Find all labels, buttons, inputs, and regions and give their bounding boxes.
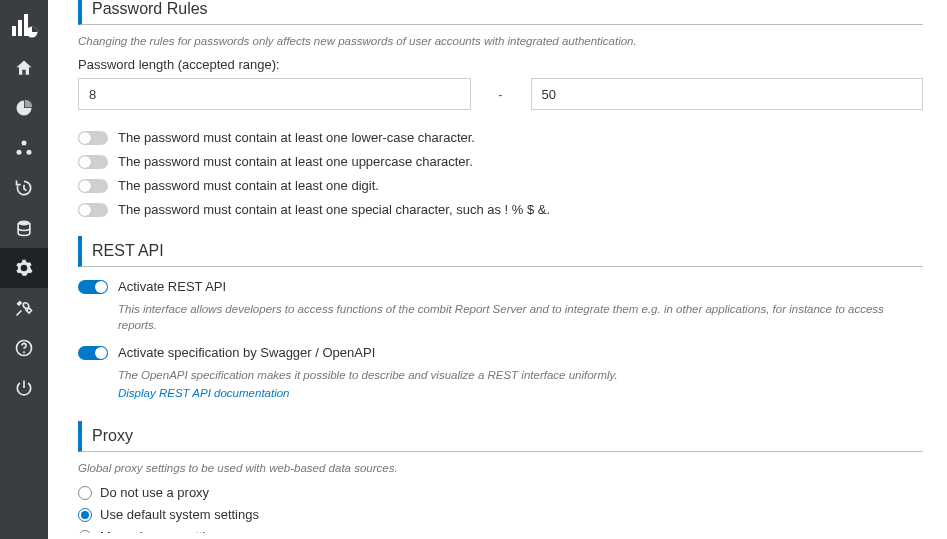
toggle-uppercase: The password must contain at least one u…: [78, 152, 923, 172]
toggle-lowercase: The password must contain at least one l…: [78, 128, 923, 148]
section-header-rest-api: REST API: [78, 236, 923, 267]
content: Password Rules Changing the rules for pa…: [48, 0, 947, 533]
rest-api-doc-link[interactable]: Display REST API documentation: [118, 387, 290, 399]
sidebar-item-tools[interactable]: [0, 288, 48, 328]
svg-point-4: [22, 141, 27, 146]
toggle-uppercase-label: The password must contain at least one u…: [118, 152, 473, 172]
sidebar-brand[interactable]: [0, 0, 48, 48]
toggle-activate-rest-label: Activate REST API: [118, 277, 226, 297]
toggle-lowercase-switch[interactable]: [78, 131, 108, 145]
proxy-radio-none[interactable]: [78, 486, 92, 500]
proxy-radio-manual[interactable]: [78, 530, 92, 533]
cluster-icon: [14, 138, 34, 158]
svg-rect-1: [18, 20, 22, 36]
power-icon: [14, 378, 34, 398]
range-separator: -: [481, 87, 521, 102]
toggle-digit-label: The password must contain at least one d…: [118, 176, 379, 196]
proxy-label-default: Use default system settings: [100, 506, 259, 524]
svg-point-5: [17, 150, 22, 155]
toggle-swagger: Activate specification by Swagger / Open…: [78, 343, 923, 363]
password-rules-helper: Changing the rules for passwords only af…: [78, 35, 923, 47]
home-icon: [14, 58, 34, 78]
sidebar-item-reports[interactable]: [0, 88, 48, 128]
swagger-helper: The OpenAPI specification makes it possi…: [118, 367, 923, 383]
toggle-special-switch[interactable]: [78, 203, 108, 217]
proxy-radio-default[interactable]: [78, 508, 92, 522]
sidebar: [0, 0, 48, 539]
sidebar-item-help[interactable]: [0, 328, 48, 368]
svg-rect-0: [12, 26, 16, 36]
proxy-option-default: Use default system settings: [78, 506, 923, 524]
history-icon: [14, 178, 34, 198]
password-length-range: -: [78, 78, 923, 110]
password-rule-toggles: The password must contain at least one l…: [78, 128, 923, 220]
sidebar-item-data[interactable]: [0, 208, 48, 248]
section-header-proxy: Proxy: [78, 421, 923, 452]
proxy-helper: Global proxy settings to be used with we…: [78, 462, 923, 474]
pie-chart-icon: [14, 98, 34, 118]
toggle-digit-switch[interactable]: [78, 179, 108, 193]
proxy-option-manual: Manual proxy settings: [78, 528, 923, 533]
toggle-swagger-switch[interactable]: [78, 346, 108, 360]
toggle-activate-rest: Activate REST API: [78, 277, 923, 297]
rest-api-helper: This interface allows developers to acce…: [118, 301, 923, 333]
svg-point-6: [27, 150, 32, 155]
toggle-lowercase-label: The password must contain at least one l…: [118, 128, 475, 148]
svg-point-9: [23, 351, 25, 353]
password-length-label: Password length (accepted range):: [78, 57, 923, 72]
password-max-input[interactable]: [531, 78, 924, 110]
sidebar-item-home[interactable]: [0, 48, 48, 88]
toggle-special: The password must contain at least one s…: [78, 200, 923, 220]
section-header-password-rules: Password Rules: [78, 0, 923, 25]
toggle-digit: The password must contain at least one d…: [78, 176, 923, 196]
proxy-option-none: Do not use a proxy: [78, 484, 923, 502]
password-min-input[interactable]: [78, 78, 471, 110]
database-icon: [14, 218, 34, 238]
tools-icon: [14, 298, 34, 318]
logo-icon: [8, 8, 40, 40]
sidebar-item-settings[interactable]: [0, 248, 48, 288]
gear-icon: [14, 258, 34, 278]
toggle-uppercase-switch[interactable]: [78, 155, 108, 169]
toggle-swagger-label: Activate specification by Swagger / Open…: [118, 343, 375, 363]
toggle-special-label: The password must contain at least one s…: [118, 200, 550, 220]
proxy-label-manual: Manual proxy settings: [100, 528, 226, 533]
sidebar-item-datasources[interactable]: [0, 128, 48, 168]
toggle-activate-rest-switch[interactable]: [78, 280, 108, 294]
sidebar-item-logout[interactable]: [0, 368, 48, 408]
proxy-label-none: Do not use a proxy: [100, 484, 209, 502]
sidebar-item-scheduler[interactable]: [0, 168, 48, 208]
help-icon: [14, 338, 34, 358]
svg-point-7: [18, 221, 30, 226]
